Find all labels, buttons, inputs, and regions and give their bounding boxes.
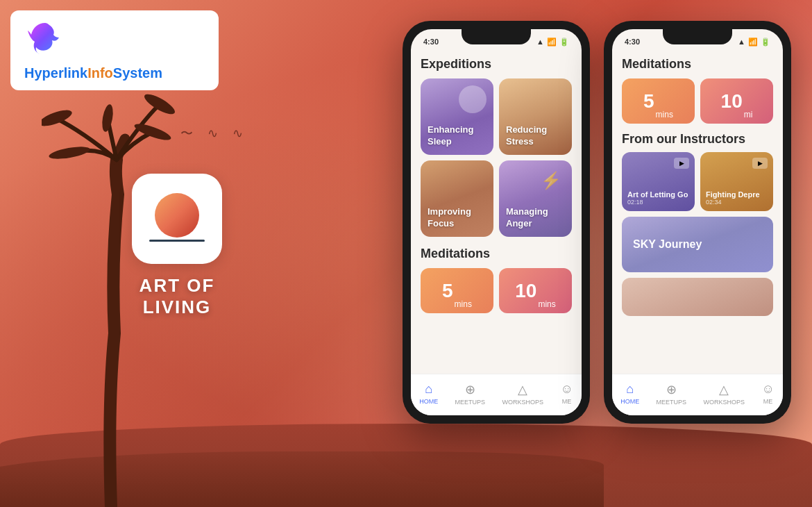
expedition-card-focus[interactable]: Improving Focus [421, 160, 493, 237]
lightning-icon: ⚡ [541, 171, 561, 190]
phone-2-bottom-nav: ⌂ HOME ⊕ MEETUPS △ WORKSHOPS ☺ ME [612, 374, 783, 415]
status-time-2: 4:30 [625, 38, 640, 46]
card-sleep-label: Enhancing Sleep [428, 124, 487, 148]
meditation-cards-1: 5 mins 10 mins [421, 268, 572, 313]
video-icon-1: ▶ [674, 158, 689, 169]
sky-journey-card[interactable]: SKY Journey [622, 217, 773, 272]
phones-container: 4:30 ▲ 📶 🔋 Expeditions Enhancing Sleep [403, 21, 791, 424]
card-letting-go-info: Art of Letting Go 02:18 [627, 190, 688, 206]
home-icon-2: ⌂ [626, 382, 634, 397]
status-icons-1: ▲ 📶 🔋 [536, 38, 569, 47]
meditation-time-5-2: 5 [643, 90, 654, 113]
meditation-time-10-1: 10 [515, 280, 536, 302]
nav-me-label-1: ME [562, 398, 572, 405]
expedition-card-anger[interactable]: ⚡ Managing Anger [499, 160, 572, 237]
nav-workshops-1[interactable]: △ WORKSHOPS [502, 382, 543, 406]
meditation-unit-10-1: mins [538, 299, 555, 309]
card-stress-label: Reducing Stress [506, 124, 565, 148]
nav-meetups-2[interactable]: ⊕ MEETUPS [657, 382, 687, 406]
meditations-title-1: Meditations [421, 247, 572, 261]
meditation-unit-5-2: mins [656, 110, 673, 119]
phone-2-screen: 4:30 ▲ 📶 🔋 Meditations 5 mins 10 [612, 29, 783, 415]
meditations-title-2: Meditations [622, 57, 773, 72]
nav-home-1[interactable]: ⌂ HOME [419, 382, 438, 405]
nav-home-label-2: HOME [620, 398, 639, 405]
meditation-unit-10-2: mi [744, 110, 753, 119]
workshops-icon-1: △ [518, 382, 527, 397]
svg-point-1 [142, 91, 177, 118]
nav-meetups-label-2: MEETUPS [657, 399, 687, 406]
phone-2-content: Meditations 5 mins 10 mi From our Instru… [612, 51, 783, 374]
phone-1: 4:30 ▲ 📶 🔋 Expeditions Enhancing Sleep [403, 21, 590, 424]
card-letting-go-time: 02:18 [627, 199, 688, 206]
card-anger-label: Managing Anger [506, 206, 565, 230]
card-letting-go-title: Art of Letting Go [627, 190, 688, 199]
hyperlink-logo-icon [24, 19, 66, 61]
app-title: ART OF LIVING [108, 275, 246, 318]
moon-decoration [459, 85, 487, 113]
meditation-card-5-1[interactable]: 5 mins [421, 268, 493, 313]
phone-1-content: Expeditions Enhancing Sleep Reducing Str… [411, 51, 582, 374]
expeditions-title: Expeditions [421, 57, 572, 72]
nav-workshops-2[interactable]: △ WORKSHOPS [703, 382, 745, 406]
nav-workshops-label-1: WORKSHOPS [502, 399, 543, 406]
nav-home-label-1: HOME [419, 398, 438, 405]
phone-1-bottom-nav: ⌂ HOME ⊕ MEETUPS △ WORKSHOPS ☺ ME [411, 374, 582, 415]
nav-home-2[interactable]: ⌂ HOME [620, 382, 639, 405]
horizon-line [149, 240, 205, 242]
workshops-icon-2: △ [719, 382, 729, 397]
card-fighting-time: 02:34 [706, 199, 760, 206]
instructor-cards-row: ▶ Art of Letting Go 02:18 ▶ Fighting Dep… [622, 152, 773, 211]
instructor-card-fighting[interactable]: ▶ Fighting Depre 02:34 [700, 152, 773, 211]
logo-text: HyperlinkInfoSystem [24, 65, 162, 81]
phone-1-screen: 4:30 ▲ 📶 🔋 Expeditions Enhancing Sleep [411, 29, 582, 415]
sky-journey-title: SKY Journey [633, 238, 702, 251]
svg-point-2 [48, 144, 91, 161]
status-icons-2: ▲ 📶 🔋 [738, 38, 770, 47]
nav-meetups-1[interactable]: ⊕ MEETUPS [455, 382, 486, 406]
nav-workshops-label-2: WORKSHOPS [703, 399, 745, 406]
meditation-card-10-1[interactable]: 10 mins [499, 268, 572, 313]
card-fighting-title: Fighting Depre [706, 190, 760, 199]
app-showcase: ART OF LIVING [108, 174, 246, 318]
card-fighting-info: Fighting Depre 02:34 [706, 190, 760, 206]
meditation-cards-2: 5 mins 10 mi [622, 78, 773, 124]
expedition-card-sleep[interactable]: Enhancing Sleep [421, 78, 493, 155]
meditation-unit-5-1: mins [455, 299, 472, 309]
instructors-title: From our Instructors [622, 132, 773, 147]
svg-point-4 [101, 103, 115, 133]
nav-me-1[interactable]: ☺ ME [560, 382, 573, 405]
expedition-card-stress[interactable]: Reducing Stress [499, 78, 572, 155]
meditation-time-10-2: 10 [721, 90, 743, 113]
meditation-card-5-2[interactable]: 5 mins [622, 78, 695, 124]
instructor-card-letting-go[interactable]: ▶ Art of Letting Go 02:18 [622, 152, 695, 211]
card-focus-label: Improving Focus [428, 206, 487, 230]
sun-icon [155, 193, 199, 238]
phone-1-notch [462, 29, 531, 44]
me-icon-2: ☺ [761, 382, 774, 397]
meditation-card-10-2[interactable]: 10 mi [700, 78, 773, 124]
phone-2-notch [663, 29, 732, 44]
status-time-1: 4:30 [423, 38, 439, 46]
meetups-icon-1: ⊕ [465, 382, 475, 397]
nav-me-2[interactable]: ☺ ME [761, 382, 774, 405]
video-icon-2: ▶ [752, 158, 768, 169]
app-icon [132, 174, 222, 264]
last-card[interactable] [622, 278, 773, 316]
meetups-icon-2: ⊕ [666, 382, 677, 397]
nav-meetups-label-1: MEETUPS [455, 399, 486, 406]
phone-2: 4:30 ▲ 📶 🔋 Meditations 5 mins 10 [604, 21, 791, 424]
birds-decoration: 〜 ∿ ∿ [180, 125, 248, 142]
expeditions-grid: Enhancing Sleep Reducing Stress Improvin… [421, 78, 572, 237]
me-icon-1: ☺ [560, 382, 573, 397]
home-icon-1: ⌂ [425, 382, 432, 397]
logo-area: HyperlinkInfoSystem [10, 10, 219, 90]
nav-me-label-2: ME [763, 398, 773, 405]
meditation-time-5-1: 5 [442, 280, 453, 302]
